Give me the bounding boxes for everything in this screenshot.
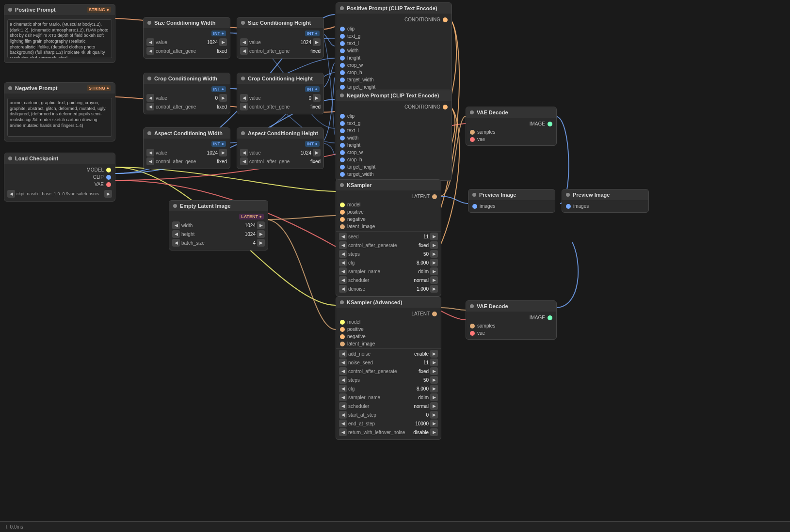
aspect-cond-height-value-row[interactable]: ◀ value 1024 ▶	[240, 149, 321, 156]
ks-cag-prev[interactable]: ◀	[339, 241, 347, 249]
aspect-cond-height-ctrl-prev[interactable]: ◀	[240, 157, 248, 165]
latent-width-next[interactable]: ▶	[257, 221, 265, 229]
ks-steps-row[interactable]: ◀ steps 50 ▶	[339, 250, 438, 258]
ks-cfg-next[interactable]: ▶	[430, 259, 438, 266]
ks-sched-row[interactable]: ◀ scheduler normal ▶	[339, 276, 438, 284]
ksa-an-row[interactable]: ◀ add_noise enable ▶	[339, 350, 438, 358]
ksa-rwln-row[interactable]: ◀ return_with_leftover_noise disable ▶	[339, 428, 438, 436]
ksa-an-next[interactable]: ▶	[430, 350, 438, 358]
ks-denoise-next[interactable]: ▶	[430, 285, 438, 293]
ks-sn-row[interactable]: ◀ sampler_name ddim ▶	[339, 267, 438, 275]
aspect-cond-width-next[interactable]: ▶	[219, 149, 227, 156]
size-cond-width-ctrl-row[interactable]: ◀ control_after_gene fixed	[146, 47, 227, 55]
ks-seed-prev[interactable]: ◀	[339, 233, 347, 240]
size-cond-width-next[interactable]: ▶	[219, 38, 227, 46]
neg-clip-in-label: clip	[345, 113, 357, 119]
ksa-cfg-row[interactable]: ◀ cfg 8.000 ▶	[339, 385, 438, 392]
ks-sched-next[interactable]: ▶	[430, 276, 438, 284]
ksa-eas-prev[interactable]: ◀	[339, 420, 347, 427]
ksa-sched-next[interactable]: ▶	[430, 402, 438, 410]
checkpoint-next-btn[interactable]: ▶	[104, 190, 112, 198]
size-cond-width-value-row[interactable]: ◀ value 1024 ▶	[146, 38, 227, 46]
ksa-rwln-prev[interactable]: ◀	[339, 428, 347, 436]
crop-cond-height-ctrl-prev[interactable]: ◀	[240, 103, 248, 110]
neg-tg-port	[340, 121, 345, 126]
size-cond-width-ctrl-prev[interactable]: ◀	[146, 47, 154, 55]
latent-height-row[interactable]: ◀ height 1024 ▶	[172, 230, 265, 238]
aspect-cond-height-ctrl-row[interactable]: ◀ control_after_gene fixed	[240, 157, 321, 165]
ksa-eas-next[interactable]: ▶	[430, 420, 438, 427]
ks-cfg-prev[interactable]: ◀	[339, 259, 347, 266]
aspect-cond-width-ctrl-prev[interactable]: ◀	[146, 157, 154, 165]
size-cond-height-value-row[interactable]: ◀ value 1024 ▶	[240, 38, 321, 46]
size-cond-height-next[interactable]: ▶	[313, 38, 321, 46]
size-cond-width-prev[interactable]: ◀	[146, 38, 154, 46]
aspect-cond-width-prev[interactable]: ◀	[146, 149, 154, 156]
ksa-rwln-next[interactable]: ▶	[430, 428, 438, 436]
crop-cond-height-value-row[interactable]: ◀ value 0 ▶	[240, 94, 321, 102]
ks-sn-prev[interactable]: ◀	[339, 267, 347, 275]
crop-cond-width-ctrl-row[interactable]: ◀ control_after_gene fixed	[146, 103, 227, 110]
latent-height-prev[interactable]: ◀	[172, 230, 180, 238]
vae-decode1-node: VAE Decode IMAGE samples vae	[466, 107, 557, 146]
ks-sn-next[interactable]: ▶	[430, 267, 438, 275]
latent-batch-next[interactable]: ▶	[257, 239, 265, 247]
ksa-sched-row[interactable]: ◀ scheduler normal ▶	[339, 402, 438, 410]
ksa-ns-row[interactable]: ◀ noise_seed 11 ▶	[339, 359, 438, 366]
positive-prompt-text[interactable]: a cinematic shot for Mario, (Muscular bo…	[7, 19, 112, 58]
aspect-cond-width-value-row[interactable]: ◀ value 1024 ▶	[146, 149, 227, 156]
ks-cfg-row[interactable]: ◀ cfg 8.000 ▶	[339, 259, 438, 266]
crop-cond-width-next[interactable]: ▶	[219, 94, 227, 102]
aspect-cond-height-prev[interactable]: ◀	[240, 149, 248, 156]
ksa-cag-row[interactable]: ◀ control_after_generate fixed ▶	[339, 367, 438, 375]
ksa-cag-next[interactable]: ▶	[430, 367, 438, 375]
ks-cag-row[interactable]: ◀ control_after_generate fixed ▶	[339, 241, 438, 249]
ksampler-title: KSampler	[347, 182, 371, 188]
ks-steps-next[interactable]: ▶	[430, 250, 438, 258]
crop-cond-height-prev[interactable]: ◀	[240, 94, 248, 102]
aspect-cond-width-ctrl-row[interactable]: ◀ control_after_gene fixed	[146, 157, 227, 165]
latent-width-row[interactable]: ◀ width 1024 ▶	[172, 221, 265, 229]
ksa-steps-next[interactable]: ▶	[430, 376, 438, 384]
ks-denoise-row[interactable]: ◀ denoise 1.000 ▶	[339, 285, 438, 293]
ks-denoise-prev[interactable]: ◀	[339, 285, 347, 293]
aspect-cond-height-next[interactable]: ▶	[313, 149, 321, 156]
ks-seed-row[interactable]: ◀ seed 11 ▶	[339, 233, 438, 240]
latent-batch-row[interactable]: ◀ batch_size 4 ▶	[172, 239, 265, 247]
ksa-sched-prev[interactable]: ◀	[339, 402, 347, 410]
ksa-cfg-prev[interactable]: ◀	[339, 385, 347, 392]
checkpoint-prev-btn[interactable]: ◀	[7, 190, 15, 198]
ks-sched-prev[interactable]: ◀	[339, 276, 347, 284]
crop-cond-width-prev[interactable]: ◀	[146, 94, 154, 102]
ksa-cfg-next[interactable]: ▶	[430, 385, 438, 392]
size-cond-height-ctrl-prev[interactable]: ◀	[240, 47, 248, 55]
vd1-samples-port	[470, 130, 475, 135]
ks-cag-next[interactable]: ▶	[430, 241, 438, 249]
ksa-cag-prev[interactable]: ◀	[339, 367, 347, 375]
ksa-sas-row[interactable]: ◀ start_at_step 0 ▶	[339, 411, 438, 419]
latent-height-next[interactable]: ▶	[257, 230, 265, 238]
ksa-steps-prev[interactable]: ◀	[339, 376, 347, 384]
checkpoint-selector-row[interactable]: ◀ ckpt_nasdxl_base_1.0_0.9vae.safetensor…	[7, 190, 112, 198]
crop-cond-width-ctrl-prev[interactable]: ◀	[146, 103, 154, 110]
ksa-sas-next[interactable]: ▶	[430, 411, 438, 419]
ksa-ns-next[interactable]: ▶	[430, 359, 438, 366]
ksa-sn-next[interactable]: ▶	[430, 393, 438, 401]
ks-seed-next[interactable]: ▶	[430, 233, 438, 240]
ksa-eas-row[interactable]: ◀ end_at_step 10000 ▶	[339, 420, 438, 427]
ksa-sas-prev[interactable]: ◀	[339, 411, 347, 419]
ksa-an-prev[interactable]: ◀	[339, 350, 347, 358]
latent-batch-prev[interactable]: ◀	[172, 239, 180, 247]
ks-steps-prev[interactable]: ◀	[339, 250, 347, 258]
latent-width-prev[interactable]: ◀	[172, 221, 180, 229]
crop-cond-height-ctrl-row[interactable]: ◀ control_after_gene fixed	[240, 103, 321, 110]
crop-cond-width-value-row[interactable]: ◀ value 0 ▶	[146, 94, 227, 102]
size-cond-height-prev[interactable]: ◀	[240, 38, 248, 46]
negative-prompt-text[interactable]: anime, cartoon, graphic, text, painting,…	[7, 98, 112, 137]
ksa-steps-row[interactable]: ◀ steps 50 ▶	[339, 376, 438, 384]
ksa-sn-row[interactable]: ◀ sampler_name ddim ▶	[339, 393, 438, 401]
crop-cond-height-next[interactable]: ▶	[313, 94, 321, 102]
size-cond-height-ctrl-row[interactable]: ◀ control_after_gene fixed	[240, 47, 321, 55]
ksa-ns-prev[interactable]: ◀	[339, 359, 347, 366]
ksa-sn-prev[interactable]: ◀	[339, 393, 347, 401]
